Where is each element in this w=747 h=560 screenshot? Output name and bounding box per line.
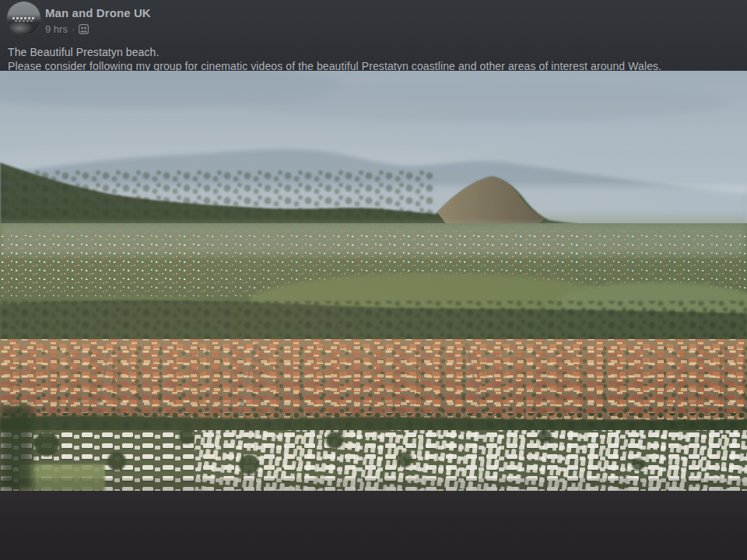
light-overlay [0, 71, 747, 491]
post-body-line1: The Beautiful Prestatyn beach. [8, 46, 159, 58]
post-header: Man and Drone UK 9 hrs · The Beautiful P… [0, 0, 747, 71]
author-name[interactable]: Man and Drone UK [45, 6, 151, 19]
meta-separator: · [72, 23, 75, 35]
bottom-letterbox [0, 491, 747, 560]
timestamp[interactable]: 9 hrs [45, 23, 68, 35]
group-icon [79, 24, 89, 34]
avatar-watermark [15, 20, 32, 22]
drone-photo[interactable] [0, 71, 747, 491]
media-viewer: Man and Drone UK 9 hrs · The Beautiful P… [0, 0, 747, 560]
avatar-watermark [12, 17, 35, 19]
post-meta: 9 hrs · [45, 23, 89, 35]
avatar[interactable] [7, 2, 40, 35]
drone-photo-scene [0, 71, 747, 491]
post-body-line2: Please consider following my group for c… [8, 60, 661, 71]
